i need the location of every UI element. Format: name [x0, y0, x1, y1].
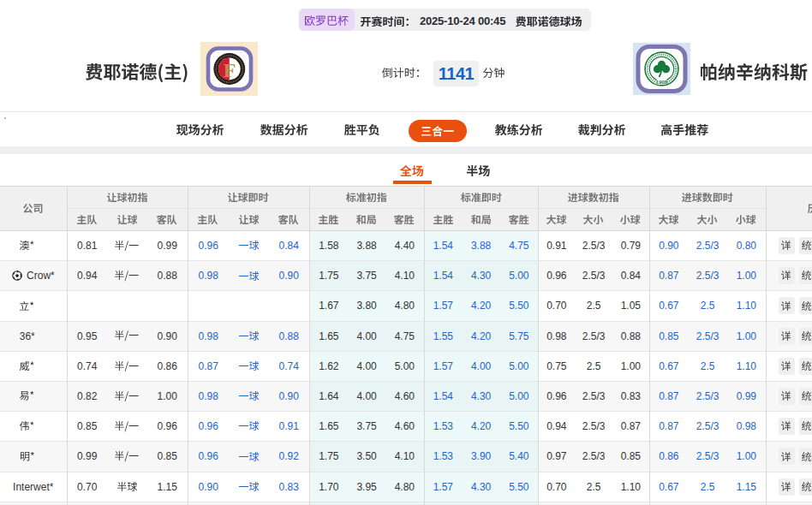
- svg-text:1908: 1908: [656, 80, 668, 85]
- svg-text:F: F: [224, 59, 236, 81]
